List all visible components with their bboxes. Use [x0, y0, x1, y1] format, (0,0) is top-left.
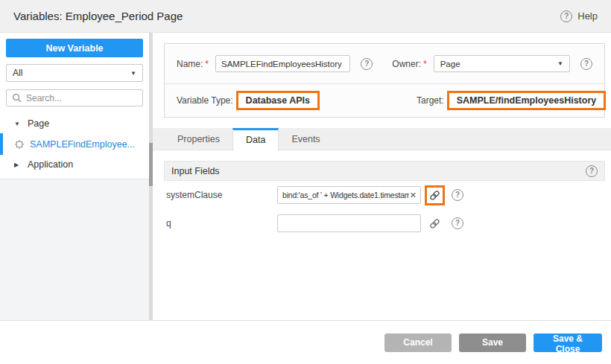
input-fields-help-icon[interactable]: ?: [586, 165, 598, 177]
filter-selected-value: All: [13, 68, 22, 78]
input-field-row-q: q ?: [164, 213, 605, 234]
variable-filter-select[interactable]: All ▼: [6, 64, 143, 82]
q-bind-link-button[interactable]: [425, 214, 445, 234]
footer-action-bar: Cancel Save Save & Close: [0, 320, 611, 364]
tab-data[interactable]: Data: [232, 128, 279, 151]
name-input[interactable]: [215, 55, 350, 72]
input-fields-title: Input Fields: [171, 166, 220, 176]
input-field-row-systemclause: systemClause ✕ ?: [164, 185, 605, 205]
systemclause-help-icon[interactable]: ?: [452, 189, 463, 201]
systemclause-label: systemClause: [164, 190, 277, 200]
save-button[interactable]: Save: [459, 333, 526, 352]
help-circle-icon: ?: [560, 10, 572, 22]
systemclause-input[interactable]: [282, 191, 409, 199]
variable-type-value-annotation: Database APIs: [236, 91, 320, 110]
page-title: Variables: Employee_Period Page: [13, 10, 183, 22]
variable-type-icon: [14, 139, 25, 150]
required-asterisk: *: [423, 59, 427, 69]
chevron-down-icon: ▼: [130, 70, 136, 77]
systemclause-input-wrap: ✕: [277, 186, 421, 204]
title-bar: Variables: Employee_Period Page ? Help: [0, 0, 611, 33]
selected-variable-label: SAMPLEFindEmployee...: [30, 139, 135, 150]
input-fields-header: Input Fields ?: [164, 161, 605, 181]
tree-group-page[interactable]: ▼ Page: [0, 114, 149, 133]
cancel-button[interactable]: Cancel: [384, 333, 452, 352]
name-owner-row: Name:* ? Owner:* Page ▼ ?: [165, 44, 604, 84]
tree-group-page-label: Page: [28, 118, 49, 129]
q-help-icon[interactable]: ?: [452, 217, 463, 229]
tree-group-application[interactable]: ▶ Application: [0, 155, 149, 174]
owner-selected-value: Page: [440, 60, 460, 68]
systemclause-bind-link-button[interactable]: [425, 185, 445, 205]
tab-properties[interactable]: Properties: [165, 128, 232, 150]
new-variable-button[interactable]: New Variable: [6, 39, 143, 57]
owner-select[interactable]: Page ▼: [434, 55, 570, 72]
tree-item-selected-variable[interactable]: SAMPLEFindEmployee...: [0, 133, 149, 155]
tree-group-application-label: Application: [28, 159, 73, 170]
clear-icon[interactable]: ✕: [409, 191, 417, 200]
chevron-down-icon: ▼: [557, 60, 563, 67]
q-input-wrap: [277, 214, 421, 232]
owner-help-icon[interactable]: ?: [580, 58, 592, 70]
chevron-right-icon: ▶: [14, 162, 21, 168]
help-label: Help: [577, 10, 598, 22]
target-value-annotation: SAMPLE/findEmployeesHistory: [447, 91, 607, 110]
owner-label: Owner:: [392, 59, 421, 69]
type-target-row: Variable Type: Database APIs Target: SAM…: [165, 84, 604, 117]
search-input[interactable]: [26, 93, 130, 103]
chevron-down-icon: ▼: [14, 121, 21, 127]
variables-page: Variables: Employee_Period Page ? Help N…: [0, 0, 611, 364]
q-label: q: [164, 218, 277, 229]
tab-events[interactable]: Events: [279, 128, 332, 150]
search-box[interactable]: [6, 89, 143, 106]
q-input[interactable]: [282, 219, 417, 228]
variable-summary-panel: Name:* ? Owner:* Page ▼ ? Variable Type:…: [164, 43, 605, 118]
main-panel: Name:* ? Owner:* Page ▼ ? Variable Type:…: [153, 33, 611, 320]
required-asterisk: *: [205, 59, 209, 69]
variables-sidebar: New Variable All ▼ ▼ Page: [0, 33, 149, 320]
variable-type-label: Variable Type:: [177, 95, 233, 106]
variables-tree: ▼ Page: [0, 114, 149, 174]
help-button[interactable]: ? Help: [560, 10, 598, 22]
name-label: Name:: [177, 59, 203, 69]
save-and-close-button[interactable]: Save & Close: [534, 333, 602, 352]
sidebar-empty-area: [0, 179, 149, 320]
search-icon: [12, 93, 22, 103]
target-label: Target:: [417, 95, 444, 106]
detail-tabs: Properties Data Events: [153, 128, 611, 150]
body: New Variable All ▼ ▼ Page: [0, 33, 611, 320]
name-help-icon[interactable]: ?: [361, 58, 373, 70]
